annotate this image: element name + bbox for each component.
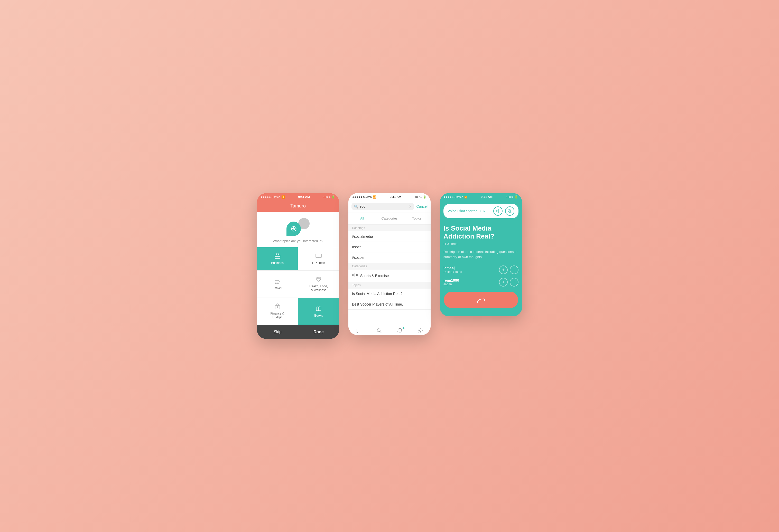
hashtag-socal[interactable]: #socal	[348, 242, 431, 252]
battery-label2: 100%	[415, 195, 422, 198]
voice-chat-label: Voice Chat Started 0:02	[447, 209, 486, 213]
signal-dots3	[444, 196, 454, 198]
hashtag-socialmedia[interactable]: #socialmedia	[348, 231, 431, 242]
books-icon	[315, 305, 322, 312]
topic-best-soccer-label: Best Soccer Players of All Time.	[352, 302, 403, 306]
status-time: 9:41 AM	[298, 195, 310, 199]
report-jamesj-button[interactable]: !	[510, 265, 519, 274]
status-left: Sketch 📶	[261, 195, 285, 199]
voice-icons	[493, 206, 515, 216]
svg-line-15	[380, 331, 381, 333]
svg-point-7	[278, 283, 279, 284]
user-actions-jamesj: + !	[499, 265, 519, 274]
voice-chat-bar: Voice Chat Started 0:02	[443, 204, 519, 218]
status-right3: 100% 🔋	[506, 195, 518, 199]
battery-label: 100%	[323, 195, 331, 198]
svg-point-14	[377, 329, 380, 332]
carrier-label: Sketch	[272, 195, 280, 198]
logo-symbol: ㊎	[291, 225, 297, 232]
nav-chat[interactable]	[348, 328, 369, 334]
status-right: 100% 🔋	[323, 195, 335, 199]
done-button[interactable]: Done	[298, 325, 339, 339]
categories-header: Categories	[348, 263, 431, 270]
topic-books[interactable]: Books	[298, 298, 339, 325]
topic-social-media[interactable]: Is Social Media Addiction Real?	[348, 288, 431, 299]
nav-search[interactable]	[369, 328, 390, 334]
svg-rect-2	[316, 254, 321, 258]
category-sports[interactable]: Sports & Exercise	[348, 270, 431, 282]
svg-point-9	[277, 307, 278, 308]
wifi-icon3: 📶	[464, 196, 467, 198]
wifi-icon: 📶	[281, 195, 285, 199]
topic-business[interactable]: Business	[257, 247, 298, 271]
username-jamesj: jamesj	[443, 266, 462, 270]
topic-social-media-label: Is Social Media Addiction Real?	[352, 292, 402, 296]
screen1-subtitle: What topics are you interested in?	[273, 239, 323, 243]
topic-business-label: Business	[271, 261, 284, 265]
notification-dot	[403, 327, 404, 329]
sports-icon	[352, 273, 358, 279]
search-icon: 🔍	[354, 205, 358, 208]
it-tech-icon	[315, 252, 322, 260]
user-info-remi: remi1990 Japan	[443, 278, 459, 286]
phone-end-icon	[477, 296, 485, 304]
mute-button[interactable]	[505, 206, 515, 216]
screen3-content: Voice Chat Started 0:02	[440, 200, 522, 286]
bubble-teal: ㊎	[287, 221, 301, 236]
screen3-category: IT & Tech	[443, 242, 519, 246]
status-left3: Sketch 📶	[444, 195, 467, 198]
nav-notifications[interactable]	[390, 328, 410, 334]
country-jamesj: United States	[443, 270, 462, 274]
username-remi: remi1990	[443, 278, 459, 282]
hashtag-soccer-label: #soccer	[352, 256, 365, 260]
topic-best-soccer[interactable]: Best Soccer Players of All Time.	[348, 299, 431, 310]
tab-all[interactable]: All	[348, 215, 376, 222]
svg-point-6	[276, 283, 277, 284]
status-left2: Sketch 📶	[353, 195, 376, 199]
status-time3: 9:41 AM	[481, 195, 492, 199]
end-call-section	[440, 292, 522, 316]
svg-rect-11	[356, 274, 357, 276]
business-icon	[274, 252, 281, 260]
screen3-title: Is Social Media Addiction Real?	[443, 224, 519, 240]
tab-topics[interactable]: Topics	[403, 215, 431, 222]
topic-finance-label: Finance &Budget	[270, 312, 284, 320]
battery-icon: 🔋	[332, 195, 335, 199]
svg-rect-10	[352, 274, 353, 276]
topics-section-header: Topics	[348, 282, 431, 288]
health-icon	[315, 276, 322, 283]
tab-categories[interactable]: Categories	[376, 215, 403, 222]
user-row-jamesj: jamesj United States + !	[443, 265, 519, 274]
topic-travel[interactable]: Travel	[257, 271, 298, 298]
battery-label3: 100%	[506, 195, 513, 198]
screen3-description: Description of topic in detail including…	[443, 249, 519, 259]
screen1-status-bar: Sketch 📶 9:41 AM 100% 🔋	[257, 193, 339, 200]
end-call-button[interactable]	[444, 292, 518, 308]
skip-button[interactable]: Skip	[257, 325, 298, 339]
battery-icon3: 🔋	[515, 195, 518, 199]
screen2-status-bar: Sketch 📶 9:41 AM 100% 🔋	[348, 193, 431, 200]
user-actions-remi: + !	[499, 278, 519, 286]
topic-it-tech[interactable]: IT & Tech	[298, 247, 339, 271]
search-tabs: All Categories Topics	[348, 213, 431, 225]
user-row-remi: remi1990 Japan + !	[443, 278, 519, 286]
speaker-button[interactable]	[493, 206, 502, 216]
topic-finance[interactable]: Finance &Budget	[257, 298, 298, 325]
status-right2: 100% 🔋	[415, 195, 426, 199]
search-input[interactable]	[360, 204, 407, 208]
screen3-phone: Sketch 📶 9:41 AM 100% 🔋 Voice Chat Start…	[440, 193, 522, 316]
screen2-phone: Sketch 📶 9:41 AM 100% 🔋 🔍 ✕ Cancel All C…	[348, 193, 431, 335]
hashtag-socialmedia-label: #socialmedia	[352, 235, 373, 239]
report-remi-button[interactable]: !	[510, 278, 519, 286]
add-jamesj-button[interactable]: +	[499, 265, 508, 274]
topic-health[interactable]: Health, Food,& Wellness	[298, 271, 339, 298]
nav-settings[interactable]	[410, 328, 431, 334]
hashtag-soccer[interactable]: #soccer	[348, 252, 431, 263]
screens-container: Sketch 📶 9:41 AM 100% 🔋 Tamuro ㊎ What to…	[257, 193, 522, 339]
svg-rect-0	[275, 255, 280, 259]
topics-grid: Business IT & Tech	[257, 247, 339, 325]
add-remi-button[interactable]: +	[499, 278, 508, 286]
clear-icon[interactable]: ✕	[409, 205, 412, 208]
cancel-button[interactable]: Cancel	[416, 204, 427, 208]
svg-rect-8	[275, 306, 280, 309]
